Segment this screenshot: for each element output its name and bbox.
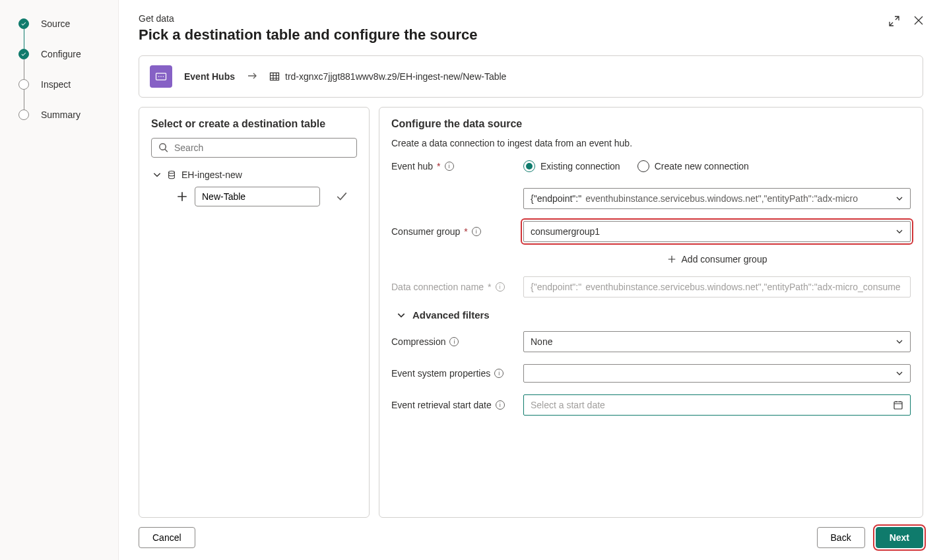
info-icon[interactable]: i [449, 337, 459, 346]
svg-point-5 [169, 171, 175, 173]
info-icon[interactable]: i [496, 282, 505, 292]
create-connection-radio[interactable]: Create new connection [637, 160, 749, 172]
step-source[interactable]: Source [18, 18, 118, 29]
svg-rect-6 [894, 402, 902, 409]
chevron-down-icon [895, 369, 903, 377]
event-hub-label: Event hub * i [391, 161, 523, 171]
step-label: Source [41, 18, 70, 29]
consumer-group-select[interactable]: consumergroup1 [523, 221, 911, 242]
right-panel-subtitle: Create a data connection to ingest data … [391, 138, 911, 148]
cancel-button[interactable]: Cancel [139, 527, 195, 548]
svg-point-3 [163, 76, 164, 77]
step-inspect[interactable]: Inspect [18, 79, 118, 90]
compression-label: Compression i [391, 336, 523, 347]
new-table-input[interactable] [195, 187, 320, 206]
svg-point-2 [160, 76, 162, 77]
info-icon[interactable]: i [445, 162, 454, 171]
step-summary[interactable]: Summary [18, 109, 118, 120]
info-icon[interactable]: i [494, 369, 504, 378]
source-destination-path: Event Hubs trd-xgnxc7jjgt881wwv8w.z9/EH-… [139, 55, 923, 98]
retrieval-date-label: Event retrieval start date i [391, 400, 523, 410]
chevron-down-icon [895, 228, 903, 235]
chevron-down-icon [895, 338, 903, 346]
close-icon[interactable] [914, 16, 923, 29]
calendar-icon [893, 400, 903, 410]
left-panel-title: Select or create a destination table [151, 118, 357, 130]
step-label: Configure [41, 49, 81, 59]
destination-table-panel: Select or create a destination table EH-… [139, 107, 370, 518]
step-pending-icon [18, 79, 29, 90]
arrow-right-icon [247, 71, 257, 83]
event-system-props-label: Event system properties i [391, 368, 523, 379]
step-label: Summary [41, 109, 81, 120]
configure-source-panel: Configure the data source Create a data … [379, 107, 923, 518]
step-pending-icon [18, 109, 29, 120]
destination-path: trd-xgnxc7jjgt881wwv8w.z9/EH-ingest-new/… [269, 71, 506, 82]
info-icon[interactable]: i [496, 400, 505, 410]
svg-rect-4 [271, 73, 279, 80]
compression-select[interactable]: None [523, 331, 911, 352]
wizard-stepper: Source Configure Inspect Summary [0, 0, 119, 560]
add-consumer-group-button[interactable]: Add consumer group [523, 254, 911, 264]
main-content: Get data Pick a destination table and co… [119, 0, 943, 560]
wizard-footer: Cancel Back Next [139, 518, 923, 560]
chevron-down-icon [895, 195, 903, 202]
breadcrumb: Get data [139, 13, 477, 24]
destination-text: trd-xgnxc7jjgt881wwv8w.z9/EH-ingest-new/… [285, 71, 506, 82]
chevron-down-icon [152, 170, 162, 179]
source-label: Event Hubs [184, 71, 235, 82]
db-name: EH-ingest-new [181, 170, 242, 180]
radio-selected-icon [523, 160, 535, 172]
info-icon[interactable]: i [472, 227, 481, 236]
table-search[interactable] [151, 138, 357, 158]
data-connection-name-input[interactable]: {"endpoint":" eventhubinstance.servicebu… [523, 276, 911, 297]
consumer-group-label: Consumer group * i [391, 226, 523, 237]
plus-icon [667, 255, 676, 264]
db-node[interactable]: EH-ingest-new [151, 170, 357, 180]
start-date-picker[interactable]: Select a start date [523, 394, 911, 416]
endpoint-select[interactable]: {"endpoint":" eventhubinstance.servicebu… [523, 188, 911, 209]
back-button[interactable]: Back [817, 527, 865, 548]
right-panel-title: Configure the data source [391, 118, 911, 130]
database-icon [167, 170, 176, 179]
step-done-icon [18, 18, 29, 29]
step-done-icon [18, 49, 29, 59]
radio-unselected-icon [637, 160, 649, 172]
step-configure[interactable]: Configure [18, 49, 118, 59]
confirm-table-icon[interactable] [336, 191, 348, 202]
search-input[interactable] [174, 142, 350, 153]
svg-point-1 [158, 76, 160, 77]
step-label: Inspect [41, 79, 71, 90]
event-system-props-select[interactable] [523, 364, 911, 383]
chevron-down-icon [397, 311, 406, 320]
data-connection-name-label: Data connection name * i [391, 282, 523, 292]
expand-icon[interactable] [889, 16, 899, 29]
page-title: Pick a destination table and configure t… [139, 26, 477, 44]
event-hubs-icon [150, 65, 172, 88]
next-button[interactable]: Next [876, 527, 923, 548]
add-table-icon[interactable] [176, 191, 188, 202]
existing-connection-radio[interactable]: Existing connection [523, 160, 620, 172]
advanced-filters-toggle[interactable]: Advanced filters [397, 309, 911, 321]
